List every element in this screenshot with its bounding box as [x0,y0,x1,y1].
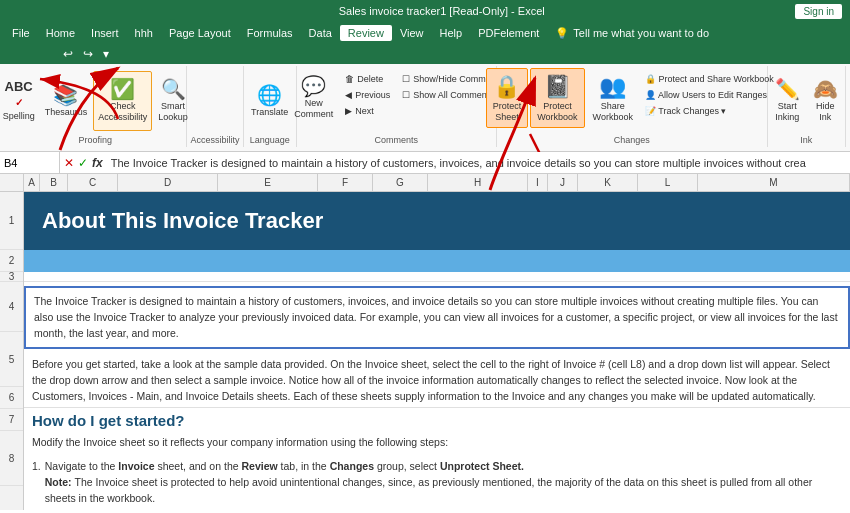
protect-workbook-icon: 📓 [544,74,571,100]
col-header-m[interactable]: M [698,174,850,191]
col-header-b[interactable]: B [40,174,68,191]
previous-comment-button[interactable]: ◀ Previous [341,88,394,102]
row-7-text: Modify the Invoice sheet so it reflects … [24,431,850,455]
col-header-j[interactable]: J [548,174,578,191]
check-accessibility-label: CheckAccessibility [98,101,147,123]
menu-hhh[interactable]: hhh [127,25,161,41]
next-icon: ▶ [345,106,352,116]
menu-formulas[interactable]: Formulas [239,25,301,41]
formula-icons: ✕ ✓ fx [60,156,107,170]
row-num-6[interactable]: 6 [0,387,23,409]
protect-workbook-label: ProtectWorkbook [537,101,577,123]
menu-view[interactable]: View [392,25,432,41]
smart-lookup-button[interactable]: 🔍 SmartLookup [154,71,192,131]
ribbon-group-proofing: ABC✓ Spelling 📚 Thesaurus ✅ CheckAccessi… [4,66,187,147]
translate-icon: 🌐 [257,85,282,105]
content-area: About This Invoice Tracker The Invoice T… [24,192,850,510]
formula-bar: B4 ✕ ✓ fx The Invoice Tracker is designe… [0,152,850,174]
cell-b4[interactable]: The Invoice Tracker is designed to maint… [24,286,850,349]
redo-button[interactable]: ↪ [80,47,96,61]
hide-ink-button[interactable]: 🙈 HideInk [807,71,843,131]
check-accessibility-icon: ✅ [110,79,135,99]
protect-workbook-button[interactable]: 📓 ProtectWorkbook [530,68,584,128]
menu-page-layout[interactable]: Page Layout [161,25,239,41]
lightbulb-icon: 💡 [555,27,569,40]
undo-button[interactable]: ↩ [60,47,76,61]
protect-share-workbook-button[interactable]: 🔒 Protect and Share Workbook [641,72,778,86]
row-8-content: Navigate to the Invoice sheet, and on th… [45,459,842,506]
checkbox-icon: ☐ [402,74,410,84]
start-inking-label: StartInking [775,101,799,123]
col-header-l[interactable]: L [638,174,698,191]
formula-fx-icon[interactable]: fx [92,156,103,170]
row-num-2[interactable]: 2 [0,250,23,272]
spelling-icon: ABC✓ [5,80,33,109]
thesaurus-button[interactable]: 📚 Thesaurus [41,71,92,131]
ribbon-group-changes: 🔒 ProtectSheet 📓 ProtectWorkbook 👥 Share… [497,66,768,147]
formula-content: The Invoice Tracker is designed to maint… [107,157,850,169]
share-workbook-button[interactable]: 👥 ShareWorkbook [587,68,639,128]
row-8-text: 1. Navigate to the Invoice sheet, and on… [24,455,850,510]
language-group-label: Language [250,133,290,145]
new-comment-icon: 💬 [301,76,326,96]
sheet-area: 1 2 3 4 5 6 7 8 About This Invoice Track… [0,192,850,510]
row-7-content: Modify the Invoice sheet so it reflects … [32,436,448,448]
menu-pdfelement[interactable]: PDFelement [470,25,547,41]
row-8-num: 1. [32,459,41,506]
row-num-3[interactable]: 3 [0,272,23,282]
row-num-8[interactable]: 8 [0,431,23,486]
row-num-7[interactable]: 7 [0,409,23,431]
menu-home[interactable]: Home [38,25,83,41]
next-comment-button[interactable]: ▶ Next [341,104,394,118]
delete-comment-button[interactable]: 🗑 Delete [341,72,394,86]
formula-check-icon[interactable]: ✓ [78,156,88,170]
row-num-5[interactable]: 5 [0,332,23,387]
row-5-content: Before you get started, take a look at t… [32,358,830,402]
spelling-label: Spelling [3,111,35,121]
spelling-button[interactable]: ABC✓ Spelling [0,71,39,131]
menu-data[interactable]: Data [301,25,340,41]
how-to-header: How do I get started? [24,408,850,431]
col-header-a[interactable]: A [24,174,40,191]
ink-buttons: ✏️ StartInking 🙈 HideInk [769,68,843,133]
track-changes-button[interactable]: 📝 Track Changes ▾ [641,104,778,118]
check-accessibility-button[interactable]: ✅ CheckAccessibility [93,71,152,131]
menu-tell-me[interactable]: 💡 Tell me what you want to do [547,25,717,42]
proofing-buttons: ABC✓ Spelling 📚 Thesaurus ✅ CheckAccessi… [0,68,192,133]
menu-bar: File Home Insert hhh Page Layout Formula… [0,22,850,44]
col-header-c[interactable]: C [68,174,118,191]
start-inking-button[interactable]: ✏️ StartInking [769,71,805,131]
protect-sheet-button[interactable]: 🔒 ProtectSheet [486,68,529,128]
sign-in-button[interactable]: Sign in [795,4,842,19]
menu-insert[interactable]: Insert [83,25,127,41]
protect-sheet-icon: 🔒 [493,74,520,100]
language-buttons: 🌐 Translate [247,68,292,133]
menu-file[interactable]: File [4,25,38,41]
delete-icon: 🗑 [345,74,354,84]
invoice-header: About This Invoice Tracker [24,192,850,250]
col-header-e[interactable]: E [218,174,318,191]
col-header-h[interactable]: H [428,174,528,191]
invoice-sub-header [24,250,850,272]
col-header-f[interactable]: F [318,174,373,191]
allow-users-button[interactable]: 👤 Allow Users to Edit Ranges [641,88,778,102]
cell-reference[interactable]: B4 [0,152,60,173]
row-num-4[interactable]: 4 [0,282,23,332]
prev-icon: ◀ [345,90,352,100]
menu-review[interactable]: Review [340,25,392,41]
row-num-1[interactable]: 1 [0,192,23,250]
proofing-group-label: Proofing [78,133,112,145]
row-8-note-content: The Invoice sheet is protected to help a… [45,476,813,504]
new-comment-button[interactable]: 💬 NewComment [290,68,337,128]
col-header-k[interactable]: K [578,174,638,191]
title-bar: Sales invoice tracker1 [Read-Only] - Exc… [0,0,850,22]
translate-button[interactable]: 🌐 Translate [247,71,292,131]
qat-more-button[interactable]: ▾ [100,47,112,61]
menu-help[interactable]: Help [432,25,471,41]
col-header-i[interactable]: I [528,174,548,191]
window-title: Sales invoice tracker1 [Read-Only] - Exc… [88,5,795,17]
col-header-d[interactable]: D [118,174,218,191]
ink-group-label: Ink [800,133,812,145]
formula-x-icon[interactable]: ✕ [64,156,74,170]
col-header-g[interactable]: G [373,174,428,191]
